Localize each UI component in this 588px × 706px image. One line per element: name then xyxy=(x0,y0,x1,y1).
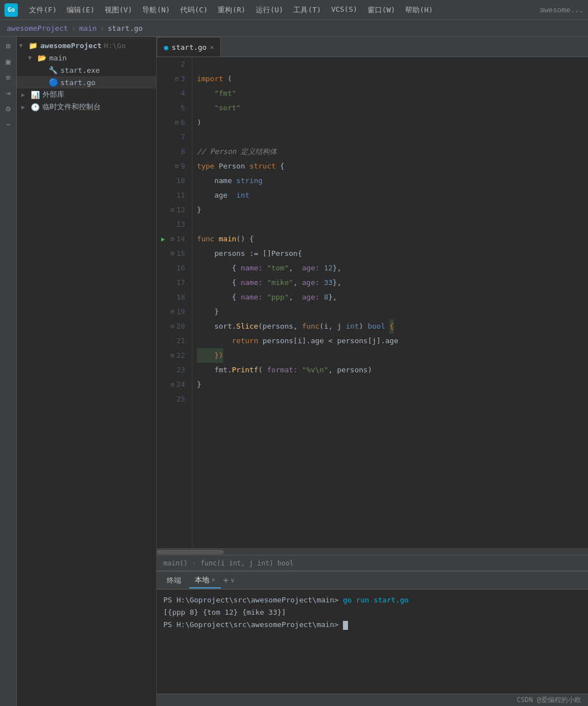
menu-file[interactable]: 文件(F) xyxy=(25,3,61,17)
tree-main-folder[interactable]: ▼ 📂 main xyxy=(17,52,156,64)
status-breadcrumb: main() › func(i int, j int) bool xyxy=(157,555,588,571)
line-num-5: 5 xyxy=(161,101,187,115)
menu-items: 文件(F) 编辑(E) 视图(V) 导航(N) 代码(C) 重构(R) 运行(U… xyxy=(25,3,438,17)
code-line-20: sort.Slice(persons, func(i, j int) bool … xyxy=(197,319,584,334)
tree-project-path: H:\Go xyxy=(104,41,126,50)
code-line-25 xyxy=(197,392,584,406)
term-cmd-1: go run start.go xyxy=(343,596,408,604)
code-line-7 xyxy=(197,130,584,144)
line-num-6: ⊟6 xyxy=(161,115,187,130)
indent-icon[interactable]: ⇥ xyxy=(2,86,15,100)
line-num-11: 11 xyxy=(161,188,187,203)
tree-lib-label: 外部库 xyxy=(43,90,64,100)
horizontal-scrollbar[interactable] xyxy=(157,548,588,555)
terminal-tab-bar: 终端 本地 ✕ + ∨ xyxy=(157,572,588,590)
lib-icon: 📊 xyxy=(30,90,40,100)
go-file-icon: 🔵 xyxy=(48,77,58,87)
code-line-4: "fmt" xyxy=(197,86,584,101)
terminal-line-3: PS H:\Goproject\src\awesomeProject\main> xyxy=(163,619,581,631)
left-toolbar: ⊞ ▣ ≡ ⇥ ⚙ − xyxy=(0,37,17,706)
menu-view[interactable]: 视图(V) xyxy=(100,3,137,17)
screen-icon[interactable]: ▣ xyxy=(2,55,15,68)
tree-temp-files[interactable]: ▶ 🕐 临时文件和控制台 xyxy=(17,101,156,113)
line-num-16: 16 xyxy=(161,261,187,275)
tab-label: start.go xyxy=(172,43,207,52)
line-num-8: 8 xyxy=(161,144,187,159)
line-num-14: ▶⊟14 xyxy=(161,232,187,246)
tab-close-btn[interactable]: ✕ xyxy=(210,44,214,51)
settings-icon[interactable]: ⚙ xyxy=(2,102,15,115)
menu-help[interactable]: 帮助(H) xyxy=(401,3,437,17)
code-editor[interactable]: 2 ⊟3 4 5 ⊟6 7 8 ⊟9 10 11 ⊟12 13 ▶⊟14 ⊟15… xyxy=(157,57,588,548)
tree-external-lib[interactable]: ▶ 📊 外部库 xyxy=(17,88,156,101)
terminal-add-btn[interactable]: + xyxy=(223,575,229,586)
terminal-local-text: 本地 xyxy=(195,575,209,585)
status-arrow: › xyxy=(192,559,196,567)
terminal-line-2: [{ppp 8} {tom 12} {mike 33}] xyxy=(163,606,581,619)
terminal-tab-text: 终端 xyxy=(167,576,181,586)
terminal-chevron[interactable]: ∨ xyxy=(231,577,234,584)
temp-icon: 🕐 xyxy=(30,102,40,112)
line-num-23: 23 xyxy=(161,363,187,377)
line-num-24: ⊟24 xyxy=(161,377,187,392)
line-num-15: ⊟15 xyxy=(161,246,187,261)
menu-right-label: awesome... xyxy=(540,6,584,14)
code-line-12: } xyxy=(197,203,584,217)
breadcrumb-sep2: › xyxy=(100,24,105,32)
menu-tools[interactable]: 工具(T) xyxy=(289,3,325,17)
terminal-tab-local[interactable]: 本地 ✕ xyxy=(189,573,221,588)
breadcrumb-project[interactable]: awesomeProject xyxy=(7,24,68,32)
tree-start-go[interactable]: 🔵 start.go xyxy=(17,76,156,88)
code-line-23: fmt.Printf( format: "%v\n", persons) xyxy=(197,363,584,377)
status-main: main() xyxy=(163,559,187,567)
list-icon[interactable]: ≡ xyxy=(2,71,15,84)
menu-run[interactable]: 运行(U) xyxy=(251,3,288,17)
line-num-3: ⊟3 xyxy=(161,72,187,86)
scrollbar-thumb[interactable] xyxy=(157,550,224,554)
code-line-11: age int xyxy=(197,188,584,203)
breadcrumb-file[interactable]: start.go xyxy=(108,24,143,32)
terminal-local-close[interactable]: ✕ xyxy=(211,576,215,583)
code-content[interactable]: import ( "fmt" "sort" ) // Person 定义结构体 … xyxy=(192,57,588,548)
code-line-9: type Person struct { xyxy=(197,159,584,174)
breadcrumb: awesomeProject › main › start.go xyxy=(0,20,588,37)
minus-icon[interactable]: − xyxy=(2,118,15,131)
terminal-tab-label[interactable]: 终端 xyxy=(161,573,187,588)
tab-start-go[interactable]: ● start.go ✕ xyxy=(157,37,221,57)
code-line-8: // Person 定义结构体 xyxy=(197,144,584,159)
breadcrumb-main[interactable]: main xyxy=(79,24,96,32)
menu-vcs[interactable]: VCS(S) xyxy=(327,3,362,17)
line-num-9: ⊟9 xyxy=(161,159,187,174)
terminal-line-1: PS H:\Goproject\src\awesomeProject\main>… xyxy=(163,594,581,606)
tree-temp-label: 临时文件和控制台 xyxy=(43,102,101,112)
tree-exe-label: start.exe xyxy=(60,66,100,74)
line-num-12: ⊟12 xyxy=(161,203,187,217)
line-num-19: ⊟19 xyxy=(161,305,187,319)
tree-start-exe[interactable]: 🔧 start.exe xyxy=(17,64,156,76)
menu-refactor[interactable]: 重构(R) xyxy=(213,3,250,17)
line-num-25: 25 xyxy=(161,392,187,406)
tree-main-label: main xyxy=(49,54,67,62)
structure-icon[interactable]: ⊞ xyxy=(2,39,15,53)
terminal-content[interactable]: PS H:\Goproject\src\awesomeProject\main>… xyxy=(157,590,588,694)
code-line-15: persons := []Person{ xyxy=(197,246,584,261)
tree-root[interactable]: ▼ 📁 awesomeProject H:\Go xyxy=(17,39,156,52)
code-line-17: { name: "mike", age: 33}, xyxy=(197,275,584,290)
code-line-24: } xyxy=(197,377,584,392)
menu-bar: Go 文件(F) 编辑(E) 视图(V) 导航(N) 代码(C) 重构(R) 运… xyxy=(0,0,588,20)
app-logo: Go xyxy=(4,3,18,17)
line-num-20: ⊟20 xyxy=(161,319,187,334)
breadcrumb-sep1: › xyxy=(72,24,76,32)
menu-window[interactable]: 窗口(W) xyxy=(363,3,399,17)
code-line-21: return persons[i].age < persons[j].age xyxy=(197,334,584,348)
term-output-1: [{ppp 8} {tom 12} {mike 33}] xyxy=(163,608,286,616)
line-num-10: 10 xyxy=(161,174,187,188)
tab-file-icon: ● xyxy=(164,43,168,52)
terminal-area: 终端 本地 ✕ + ∨ PS H:\Goproject\src\awesomeP… xyxy=(157,571,588,694)
line-num-4: 4 xyxy=(161,86,187,101)
menu-edit[interactable]: 编辑(E) xyxy=(62,3,98,17)
tree-go-label: start.go xyxy=(60,78,96,87)
menu-nav[interactable]: 导航(N) xyxy=(138,3,174,17)
menu-code[interactable]: 代码(C) xyxy=(176,3,212,17)
code-line-22: }) xyxy=(197,348,584,363)
